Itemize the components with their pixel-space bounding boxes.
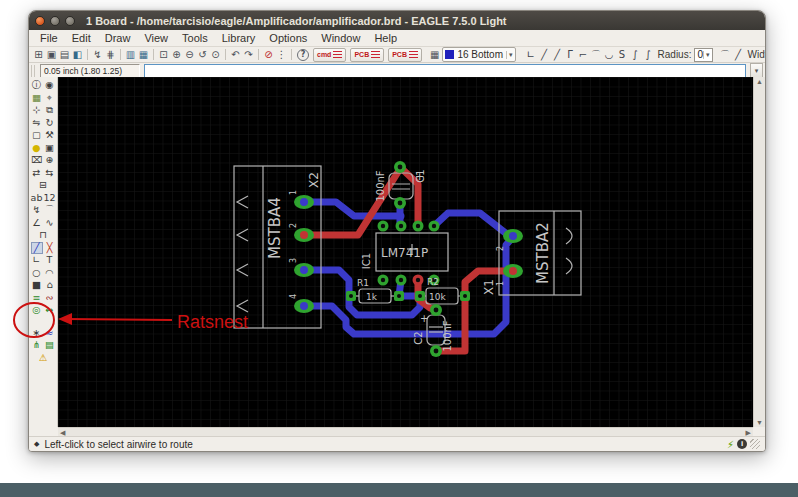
- tool-add-icon[interactable]: ⊕: [44, 154, 56, 166]
- zoom-redraw-icon[interactable]: ↺: [196, 48, 209, 61]
- miter-style-2[interactable]: ╱: [732, 48, 745, 61]
- tool-group-icon[interactable]: ▢: [31, 129, 43, 141]
- close-button[interactable]: [35, 16, 45, 26]
- board-canvas[interactable]: MSTBA4 X2 1 2 3 4: [58, 77, 753, 427]
- tool-optimize-icon[interactable]: ∿: [44, 217, 56, 229]
- layer-select[interactable]: 16 Bottom ▾: [442, 47, 515, 62]
- zoom-select-icon[interactable]: ⊙: [209, 48, 222, 61]
- tool-replace-icon[interactable]: ⇆: [44, 167, 56, 179]
- tool-text-icon[interactable]: T: [44, 254, 56, 266]
- tool-change-icon[interactable]: ⚒: [44, 129, 56, 141]
- tool-errors-list-icon[interactable]: ▤: [44, 339, 56, 351]
- tool-dimension-icon[interactable]: ↔: [44, 304, 56, 316]
- menu-help[interactable]: Help: [367, 31, 404, 45]
- wire-bend-style-10[interactable]: ∫: [642, 48, 655, 61]
- menu-options[interactable]: Options: [262, 31, 314, 45]
- redo-icon[interactable]: ↷: [242, 48, 255, 61]
- tool-miter-icon[interactable]: ⌒: [44, 204, 56, 216]
- tool-smash-icon[interactable]: ↯: [31, 204, 43, 216]
- chevron-down-icon: ▾: [506, 51, 513, 59]
- open-icon[interactable]: ⊞: [32, 48, 45, 61]
- tool-ratsnest-icon[interactable]: ∗: [31, 327, 43, 339]
- tool-show-icon[interactable]: ◉: [44, 79, 56, 91]
- wire-bend-style-8[interactable]: S: [616, 48, 629, 61]
- tool-mirror-icon[interactable]: ⇋: [31, 117, 43, 129]
- info-icon[interactable]: i: [737, 439, 747, 449]
- wire-bend-style-9[interactable]: ∫: [629, 48, 642, 61]
- tool-route-icon[interactable]: ╱: [31, 242, 43, 254]
- tool-move-icon[interactable]: ⊹: [31, 104, 43, 116]
- tool-copy-icon[interactable]: ⧉: [44, 104, 56, 116]
- palette-row: ⇄⇆: [29, 167, 57, 180]
- tool-arc-icon[interactable]: ◠: [44, 267, 56, 279]
- zoom-fit-icon[interactable]: ⊡: [157, 48, 170, 61]
- tool-signal-icon[interactable]: ∾: [44, 292, 56, 304]
- tool-mark-icon[interactable]: ⌖: [44, 92, 56, 104]
- use-library-icon[interactable]: ⋕: [104, 48, 117, 61]
- wire-bend-style-4[interactable]: Γ: [564, 48, 577, 61]
- tool-pinswap-icon[interactable]: ⇄: [31, 167, 43, 179]
- menu-window[interactable]: Window: [314, 31, 367, 45]
- tool-meander-icon[interactable]: ⊓: [37, 229, 49, 241]
- pcb-order-button[interactable]: PCB: [388, 48, 422, 62]
- tool-via-icon[interactable]: ≡: [31, 292, 43, 304]
- tool-display-layers-icon[interactable]: ▦: [31, 92, 43, 104]
- minimize-button[interactable]: [50, 16, 60, 26]
- menu-tools[interactable]: Tools: [175, 31, 215, 45]
- wire-bend-style-6[interactable]: ⌒: [590, 48, 603, 61]
- tool-info-icon[interactable]: ⓘ: [31, 79, 43, 91]
- tool-rect-icon[interactable]: ■: [31, 279, 43, 291]
- menu-view[interactable]: View: [137, 31, 175, 45]
- run-ulp-icon[interactable]: ↯: [91, 48, 104, 61]
- titlebar[interactable]: 1 Board - /home/tarcisio/eagle/Amplifica…: [29, 11, 765, 30]
- menu-file[interactable]: File: [33, 31, 65, 45]
- vertical-scrollbar[interactable]: ▲ ▼: [753, 77, 765, 427]
- miter-style-1[interactable]: ⌒: [719, 48, 732, 61]
- command-row-grip[interactable]: [31, 65, 36, 77]
- pcb-command-button[interactable]: cmd: [313, 48, 346, 62]
- tool-errors-icon[interactable]: ⚠: [37, 352, 49, 364]
- save-icon[interactable]: ▣: [45, 48, 58, 61]
- tool-wire-icon[interactable]: ∟: [31, 254, 43, 266]
- window-resize-grip[interactable]: [750, 439, 760, 449]
- radius-input[interactable]: 0 ▾: [694, 48, 712, 62]
- undo-icon[interactable]: ↶: [229, 48, 242, 61]
- tool-value-icon[interactable]: 12: [44, 192, 56, 204]
- switch-to-schematic-icon[interactable]: ▥: [124, 48, 137, 61]
- tool-drc-icon[interactable]: ⋔: [31, 339, 43, 351]
- tool-name-icon[interactable]: ab: [31, 192, 43, 204]
- menu-draw[interactable]: Draw: [98, 31, 138, 45]
- wire-bend-style-1[interactable]: ∟: [525, 48, 538, 61]
- help-icon[interactable]: ?: [297, 49, 309, 61]
- grid-settings-icon[interactable]: ▦: [430, 48, 439, 61]
- menu-library[interactable]: Library: [215, 31, 263, 45]
- tool-circle-icon[interactable]: ○: [31, 267, 43, 279]
- print-icon[interactable]: ▤: [58, 48, 71, 61]
- maximize-button[interactable]: [65, 16, 75, 26]
- zoom-out-icon[interactable]: ⊖: [183, 48, 196, 61]
- traffic-light-icon[interactable]: ⋮: [275, 48, 288, 61]
- tool-delete-icon[interactable]: ⌧: [31, 154, 43, 166]
- wire-bend-style-3[interactable]: ╱: [551, 48, 564, 61]
- tool-auto-icon[interactable]: ≈: [44, 327, 56, 339]
- stop-icon[interactable]: ⊘: [262, 48, 275, 61]
- scroll-down-icon[interactable]: ▼: [756, 419, 763, 426]
- tool-cut-icon[interactable]: ●: [31, 142, 43, 154]
- cam-processor-icon[interactable]: ◧: [71, 48, 84, 61]
- tool-paste-icon[interactable]: ▣: [44, 142, 56, 154]
- tool-hole-icon[interactable]: ◎: [31, 304, 43, 316]
- tool-rotate-icon[interactable]: ↻: [44, 117, 56, 129]
- switch-to-board-icon[interactable]: ▦: [137, 48, 150, 61]
- menu-edit[interactable]: Edit: [65, 31, 98, 45]
- wire-bend-style-2[interactable]: ╱: [538, 48, 551, 61]
- tool-lock-icon[interactable]: ⊟: [37, 179, 49, 191]
- wire-bend-style-7[interactable]: ◡: [603, 48, 616, 61]
- pcb-quote-button[interactable]: PCB: [350, 48, 384, 62]
- tool-polygon-icon[interactable]: ⌂: [44, 279, 56, 291]
- command-input[interactable]: [144, 64, 746, 78]
- tool-ripup-icon[interactable]: ╳: [44, 242, 56, 254]
- wire-bend-style-5[interactable]: ⌐: [577, 48, 590, 61]
- zoom-in-icon[interactable]: ⊕: [170, 48, 183, 61]
- scroll-up-icon[interactable]: ▲: [756, 78, 763, 85]
- tool-split-icon[interactable]: ∠: [31, 217, 43, 229]
